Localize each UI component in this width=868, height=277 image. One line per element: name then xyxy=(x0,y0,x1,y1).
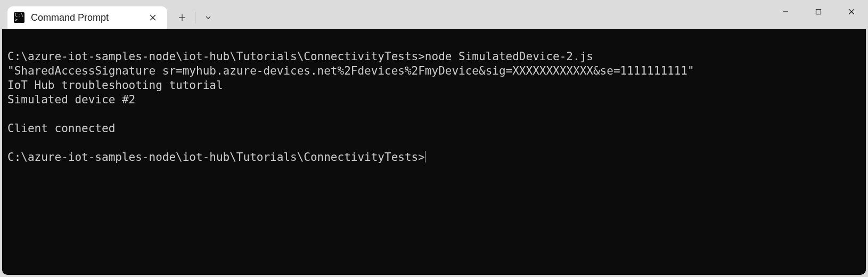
terminal-line: C:\azure-iot-samples-node\iot-hub\Tutori… xyxy=(7,50,593,63)
close-icon xyxy=(848,8,855,15)
minimize-button[interactable] xyxy=(769,0,802,23)
terminal-window: C:\>_ Command Prompt xyxy=(0,0,868,277)
terminal-area[interactable]: C:\azure-iot-samples-node\iot-hub\Tutori… xyxy=(2,29,866,275)
terminal-output: C:\azure-iot-samples-node\iot-hub\Tutori… xyxy=(2,29,866,170)
maximize-button[interactable] xyxy=(802,0,835,23)
new-tab-button[interactable] xyxy=(170,7,194,28)
tab-dropdown-button[interactable] xyxy=(196,7,220,28)
titlebar[interactable]: C:\>_ Command Prompt xyxy=(0,0,868,29)
minimize-icon xyxy=(782,8,789,15)
tabbar-actions xyxy=(170,6,220,29)
tab-close-button[interactable] xyxy=(146,11,160,25)
chevron-down-icon xyxy=(204,14,212,21)
terminal-cursor xyxy=(425,151,426,162)
terminal-line: Simulated device #2 xyxy=(7,93,135,106)
close-window-button[interactable] xyxy=(835,0,868,23)
svg-rect-5 xyxy=(816,10,821,14)
tab-title: Command Prompt xyxy=(31,12,146,23)
tabbar-divider xyxy=(195,12,195,23)
tab-command-prompt[interactable]: C:\>_ Command Prompt xyxy=(7,6,167,29)
close-icon xyxy=(150,14,156,21)
window-controls xyxy=(769,0,868,23)
plus-icon xyxy=(178,14,186,21)
terminal-line: Client connected xyxy=(7,122,115,135)
terminal-line: "SharedAccessSignature sr=myhub.azure-de… xyxy=(7,64,694,77)
maximize-icon xyxy=(815,8,822,15)
terminal-line: C:\azure-iot-samples-node\iot-hub\Tutori… xyxy=(7,151,425,164)
command-prompt-icon: C:\>_ xyxy=(14,12,24,23)
terminal-line: IoT Hub troubleshooting tutorial xyxy=(7,79,223,92)
